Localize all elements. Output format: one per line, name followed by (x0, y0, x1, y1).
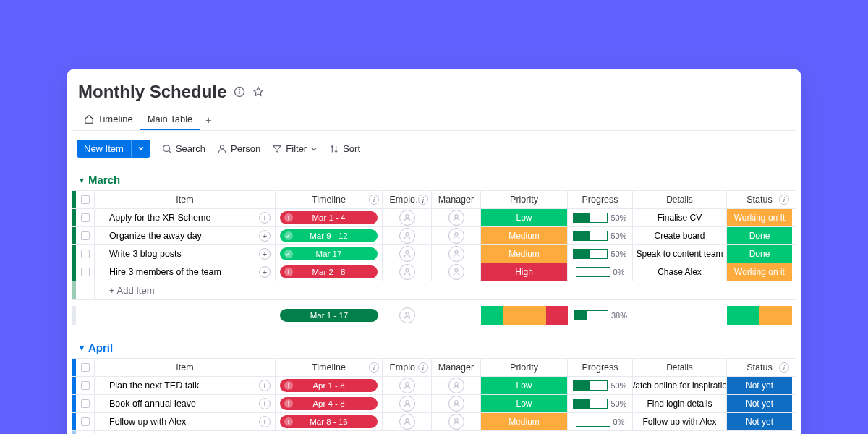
row-checkbox[interactable] (81, 268, 90, 276)
col-details[interactable]: Details (633, 191, 727, 208)
col-progress[interactable]: Progress (568, 359, 633, 376)
col-item[interactable]: Item (95, 191, 276, 208)
tab-main-table[interactable]: Main Table (140, 109, 200, 130)
employee-cell[interactable] (383, 413, 432, 430)
item-name-cell[interactable]: Follow up with Alex+ (95, 413, 276, 430)
row-checkbox[interactable] (81, 417, 90, 426)
manager-cell[interactable] (432, 263, 481, 281)
row-checkbox[interactable] (81, 399, 90, 408)
add-subitem-icon[interactable]: + (259, 380, 271, 391)
manager-cell[interactable] (432, 377, 481, 394)
status-cell[interactable]: Done (727, 245, 792, 263)
col-manager[interactable]: Manager (432, 191, 481, 208)
details-cell[interactable]: Follow up with Alex (633, 413, 727, 430)
status-cell[interactable]: Done (727, 227, 792, 244)
details-cell[interactable]: Speak to content team (633, 245, 727, 263)
progress-cell[interactable]: 50% (568, 227, 633, 244)
details-cell[interactable]: Watch online for inspiration (633, 377, 727, 394)
search-button[interactable]: Search (162, 143, 205, 154)
timeline-cell[interactable]: !Mar 8 - 16 (276, 413, 383, 430)
priority-cell[interactable]: High (481, 263, 568, 281)
col-progress[interactable]: Progress (568, 191, 633, 208)
col-manager[interactable]: Manager (432, 359, 481, 376)
info-icon[interactable]: i (369, 195, 379, 205)
employee-cell[interactable] (383, 263, 432, 281)
item-name-cell[interactable]: Write 3 blog posts+ (95, 245, 276, 263)
add-subitem-icon[interactable]: + (259, 248, 271, 260)
select-all-checkbox[interactable] (81, 195, 90, 204)
new-item-button[interactable]: New Item (77, 140, 150, 158)
info-icon[interactable]: i (418, 195, 428, 205)
col-priority[interactable]: Priority (481, 359, 568, 376)
progress-cell[interactable]: 0% (568, 263, 633, 281)
employee-cell[interactable] (383, 377, 432, 394)
tab-timeline[interactable]: Timeline (77, 109, 140, 130)
chevron-down-icon[interactable] (131, 140, 150, 158)
status-cell[interactable]: Working on It (727, 209, 792, 226)
info-icon[interactable]: i (418, 362, 428, 373)
col-status[interactable]: Statusi (727, 191, 792, 208)
employee-cell[interactable] (383, 395, 432, 412)
manager-cell[interactable] (432, 395, 481, 412)
status-cell[interactable]: Not yet (727, 377, 792, 394)
timeline-cell[interactable]: !Apr 4 - 8 (276, 395, 383, 412)
table-row[interactable]: Organize the away day+ ✓Mar 9 - 12 Mediu… (72, 227, 796, 245)
priority-cell[interactable]: Low (481, 395, 568, 412)
col-details[interactable]: Details (633, 359, 727, 376)
timeline-cell[interactable]: ✓Mar 9 - 12 (276, 227, 383, 244)
status-cell[interactable]: Working on it (727, 263, 792, 281)
table-row[interactable]: Write 3 blog posts+ ✓Mar 17 Medium 50% S… (72, 245, 796, 263)
details-cell[interactable]: Chase Alex (633, 263, 727, 281)
person-filter-button[interactable]: Person (217, 143, 260, 154)
star-icon[interactable] (252, 86, 264, 98)
manager-cell[interactable] (432, 209, 481, 226)
employee-cell[interactable] (383, 245, 432, 263)
details-cell[interactable]: Finalise CV (633, 209, 727, 226)
sort-button[interactable]: Sort (329, 143, 360, 154)
details-cell[interactable]: Create board (633, 227, 727, 244)
col-item[interactable]: Item (95, 359, 276, 376)
add-item-row[interactable]: + Add Item (72, 431, 796, 434)
row-checkbox[interactable] (81, 381, 90, 390)
manager-cell[interactable] (432, 245, 481, 263)
info-icon[interactable]: i (779, 195, 789, 205)
col-timeline[interactable]: Timelinei (276, 191, 383, 208)
col-timeline[interactable]: Timelinei (276, 359, 383, 376)
employee-cell[interactable] (383, 209, 432, 226)
select-all-checkbox[interactable] (81, 363, 90, 372)
info-icon[interactable] (234, 86, 245, 98)
item-name-cell[interactable]: Apply for the XR Scheme+ (95, 209, 276, 226)
col-employee[interactable]: Emplo…i (383, 359, 432, 376)
add-item-row[interactable]: + Add Item (72, 281, 796, 299)
add-subitem-icon[interactable]: + (259, 398, 271, 409)
row-checkbox[interactable] (81, 213, 90, 222)
group-toggle[interactable]: ▾ March (72, 174, 796, 186)
manager-cell[interactable] (432, 227, 481, 244)
manager-cell[interactable] (432, 413, 481, 430)
item-name-cell[interactable]: Plan the next TED talk+ (95, 377, 276, 394)
employee-cell[interactable] (383, 227, 432, 244)
details-cell[interactable]: Find login details (633, 395, 727, 412)
progress-cell[interactable]: 50% (568, 209, 633, 226)
priority-cell[interactable]: Low (481, 209, 568, 226)
col-employee[interactable]: Emplo…i (383, 191, 432, 208)
table-row[interactable]: Hire 3 members of the team+ !Mar 2 - 8 H… (72, 263, 796, 281)
progress-cell[interactable]: 50% (568, 245, 633, 263)
add-subitem-icon[interactable]: + (259, 266, 271, 278)
col-status[interactable]: Statusi (727, 359, 792, 376)
add-subitem-icon[interactable]: + (259, 212, 271, 224)
timeline-cell[interactable]: !Mar 2 - 8 (276, 263, 383, 281)
add-subitem-icon[interactable]: + (259, 416, 271, 427)
group-toggle[interactable]: ▾ April (72, 341, 796, 354)
filter-button[interactable]: Filter (272, 143, 318, 154)
info-icon[interactable]: i (779, 362, 789, 373)
progress-cell[interactable]: 50% (568, 377, 633, 394)
table-row[interactable]: Apply for the XR Scheme+ !Mar 1 - 4 Low … (72, 209, 796, 227)
add-subitem-icon[interactable]: + (259, 230, 271, 242)
priority-cell[interactable]: Low (481, 377, 568, 394)
item-name-cell[interactable]: Hire 3 members of the team+ (95, 263, 276, 281)
timeline-cell[interactable]: !Apr 1 - 8 (276, 377, 383, 394)
timeline-cell[interactable]: ✓Mar 17 (276, 245, 383, 263)
priority-cell[interactable]: Medium (481, 245, 568, 263)
timeline-cell[interactable]: !Mar 1 - 4 (276, 209, 383, 226)
